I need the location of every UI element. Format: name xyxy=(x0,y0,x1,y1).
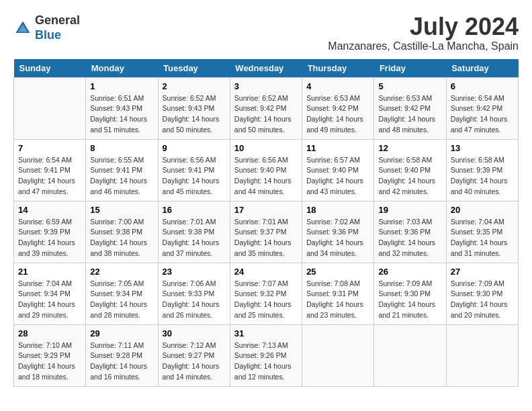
day-number: 24 xyxy=(234,267,298,277)
day-number: 16 xyxy=(163,205,226,215)
calendar-table: SundayMondayTuesdayWednesdayThursdayFrid… xyxy=(13,59,519,387)
header-tuesday: Tuesday xyxy=(158,59,230,78)
day-number: 29 xyxy=(90,328,153,338)
month-title: July 2024 xyxy=(328,13,519,40)
day-info: Sunrise: 7:00 AMSunset: 9:38 PMDaylight:… xyxy=(90,217,153,259)
day-cell: 21Sunrise: 7:04 AMSunset: 9:34 PMDayligh… xyxy=(14,263,86,324)
day-number: 25 xyxy=(306,267,369,277)
logo-icon xyxy=(13,19,32,38)
header-thursday: Thursday xyxy=(302,59,374,78)
day-cell: 20Sunrise: 7:04 AMSunset: 9:35 PMDayligh… xyxy=(446,201,518,263)
day-number: 17 xyxy=(234,205,298,215)
day-cell: 4Sunrise: 6:53 AMSunset: 9:42 PMDaylight… xyxy=(302,77,374,139)
header: General Blue July 2024 Manzanares, Casti… xyxy=(13,13,519,52)
day-cell: 17Sunrise: 7:01 AMSunset: 9:37 PMDayligh… xyxy=(230,201,302,263)
day-info: Sunrise: 6:56 AMSunset: 9:41 PMDaylight:… xyxy=(163,155,226,197)
day-cell: 6Sunrise: 6:54 AMSunset: 9:42 PMDaylight… xyxy=(446,77,518,139)
day-info: Sunrise: 6:58 AMSunset: 9:39 PMDaylight:… xyxy=(451,155,514,197)
day-number: 7 xyxy=(18,143,81,153)
day-number: 11 xyxy=(306,143,369,153)
day-cell: 9Sunrise: 6:56 AMSunset: 9:41 PMDaylight… xyxy=(158,139,230,201)
day-info: Sunrise: 6:52 AMSunset: 9:43 PMDaylight:… xyxy=(163,93,226,136)
day-cell: 11Sunrise: 6:57 AMSunset: 9:40 PMDayligh… xyxy=(302,139,374,201)
day-cell: 26Sunrise: 7:09 AMSunset: 9:30 PMDayligh… xyxy=(374,263,446,324)
day-cell: 28Sunrise: 7:10 AMSunset: 9:29 PMDayligh… xyxy=(14,324,86,386)
day-info: Sunrise: 7:01 AMSunset: 9:38 PMDaylight:… xyxy=(163,217,226,259)
day-number: 3 xyxy=(234,81,298,91)
day-number: 19 xyxy=(378,205,441,215)
day-cell: 2Sunrise: 6:52 AMSunset: 9:43 PMDaylight… xyxy=(158,77,230,139)
day-info: Sunrise: 7:01 AMSunset: 9:37 PMDaylight:… xyxy=(234,217,298,259)
day-number: 5 xyxy=(378,81,441,91)
day-info: Sunrise: 6:51 AMSunset: 9:43 PMDaylight:… xyxy=(90,93,153,136)
day-cell: 18Sunrise: 7:02 AMSunset: 9:36 PMDayligh… xyxy=(302,201,374,263)
day-number: 23 xyxy=(163,267,226,277)
header-saturday: Saturday xyxy=(446,59,518,78)
location-title: Manzanares, Castille-La Mancha, Spain xyxy=(328,40,519,52)
day-cell xyxy=(446,324,518,386)
day-cell: 24Sunrise: 7:07 AMSunset: 9:32 PMDayligh… xyxy=(230,263,302,324)
day-cell: 12Sunrise: 6:58 AMSunset: 9:40 PMDayligh… xyxy=(374,139,446,201)
day-cell: 7Sunrise: 6:54 AMSunset: 9:41 PMDaylight… xyxy=(14,139,86,201)
day-info: Sunrise: 6:54 AMSunset: 9:41 PMDaylight:… xyxy=(18,155,81,197)
calendar-header-row: SundayMondayTuesdayWednesdayThursdayFrid… xyxy=(14,59,519,78)
day-info: Sunrise: 7:12 AMSunset: 9:27 PMDaylight:… xyxy=(163,340,226,383)
day-info: Sunrise: 6:59 AMSunset: 9:39 PMDaylight:… xyxy=(18,217,81,259)
day-number: 10 xyxy=(234,143,298,153)
header-monday: Monday xyxy=(86,59,158,78)
day-cell: 22Sunrise: 7:05 AMSunset: 9:34 PMDayligh… xyxy=(86,263,158,324)
day-number: 13 xyxy=(451,143,514,153)
day-cell: 14Sunrise: 6:59 AMSunset: 9:39 PMDayligh… xyxy=(14,201,86,263)
day-info: Sunrise: 6:52 AMSunset: 9:42 PMDaylight:… xyxy=(234,93,298,136)
week-row-2: 7Sunrise: 6:54 AMSunset: 9:41 PMDaylight… xyxy=(14,139,519,201)
day-cell: 30Sunrise: 7:12 AMSunset: 9:27 PMDayligh… xyxy=(158,324,230,386)
day-cell xyxy=(14,77,86,139)
day-info: Sunrise: 6:57 AMSunset: 9:40 PMDaylight:… xyxy=(306,155,369,197)
day-info: Sunrise: 7:09 AMSunset: 9:30 PMDaylight:… xyxy=(451,279,514,321)
day-number: 26 xyxy=(378,267,441,277)
day-cell: 25Sunrise: 7:08 AMSunset: 9:31 PMDayligh… xyxy=(302,263,374,324)
day-number: 27 xyxy=(451,267,514,277)
day-number: 14 xyxy=(18,205,81,215)
header-friday: Friday xyxy=(374,59,446,78)
day-info: Sunrise: 7:04 AMSunset: 9:35 PMDaylight:… xyxy=(451,217,514,259)
day-info: Sunrise: 6:53 AMSunset: 9:42 PMDaylight:… xyxy=(306,93,369,136)
day-info: Sunrise: 7:13 AMSunset: 9:26 PMDaylight:… xyxy=(234,340,298,383)
day-info: Sunrise: 7:02 AMSunset: 9:36 PMDaylight:… xyxy=(306,217,369,259)
logo-general: General Blue xyxy=(35,13,80,42)
logo: General Blue xyxy=(13,13,80,42)
day-info: Sunrise: 6:58 AMSunset: 9:40 PMDaylight:… xyxy=(378,155,441,197)
day-info: Sunrise: 7:03 AMSunset: 9:36 PMDaylight:… xyxy=(378,217,441,259)
day-info: Sunrise: 6:53 AMSunset: 9:42 PMDaylight:… xyxy=(378,93,441,136)
day-info: Sunrise: 6:54 AMSunset: 9:42 PMDaylight:… xyxy=(451,93,514,136)
day-number: 4 xyxy=(306,81,369,91)
day-cell: 23Sunrise: 7:06 AMSunset: 9:33 PMDayligh… xyxy=(158,263,230,324)
day-info: Sunrise: 6:55 AMSunset: 9:41 PMDaylight:… xyxy=(90,155,153,197)
day-number: 31 xyxy=(234,328,298,338)
day-cell: 10Sunrise: 6:56 AMSunset: 9:40 PMDayligh… xyxy=(230,139,302,201)
day-info: Sunrise: 7:05 AMSunset: 9:34 PMDaylight:… xyxy=(90,279,153,321)
day-info: Sunrise: 7:08 AMSunset: 9:31 PMDaylight:… xyxy=(306,279,369,321)
day-number: 8 xyxy=(90,143,153,153)
day-info: Sunrise: 7:11 AMSunset: 9:28 PMDaylight:… xyxy=(90,340,153,383)
day-cell: 16Sunrise: 7:01 AMSunset: 9:38 PMDayligh… xyxy=(158,201,230,263)
week-row-5: 28Sunrise: 7:10 AMSunset: 9:29 PMDayligh… xyxy=(14,324,519,386)
header-sunday: Sunday xyxy=(14,59,86,78)
day-number: 30 xyxy=(163,328,226,338)
day-number: 21 xyxy=(18,267,81,277)
day-cell: 27Sunrise: 7:09 AMSunset: 9:30 PMDayligh… xyxy=(446,263,518,324)
day-number: 9 xyxy=(163,143,226,153)
day-number: 15 xyxy=(90,205,153,215)
day-cell xyxy=(302,324,374,386)
day-info: Sunrise: 7:04 AMSunset: 9:34 PMDaylight:… xyxy=(18,279,81,321)
header-wednesday: Wednesday xyxy=(230,59,302,78)
day-info: Sunrise: 6:56 AMSunset: 9:40 PMDaylight:… xyxy=(234,155,298,197)
day-number: 28 xyxy=(18,328,81,338)
week-row-3: 14Sunrise: 6:59 AMSunset: 9:39 PMDayligh… xyxy=(14,201,519,263)
day-number: 12 xyxy=(378,143,441,153)
day-cell: 3Sunrise: 6:52 AMSunset: 9:42 PMDaylight… xyxy=(230,77,302,139)
day-info: Sunrise: 7:09 AMSunset: 9:30 PMDaylight:… xyxy=(378,279,441,321)
day-number: 22 xyxy=(90,267,153,277)
week-row-4: 21Sunrise: 7:04 AMSunset: 9:34 PMDayligh… xyxy=(14,263,519,324)
day-cell: 15Sunrise: 7:00 AMSunset: 9:38 PMDayligh… xyxy=(86,201,158,263)
